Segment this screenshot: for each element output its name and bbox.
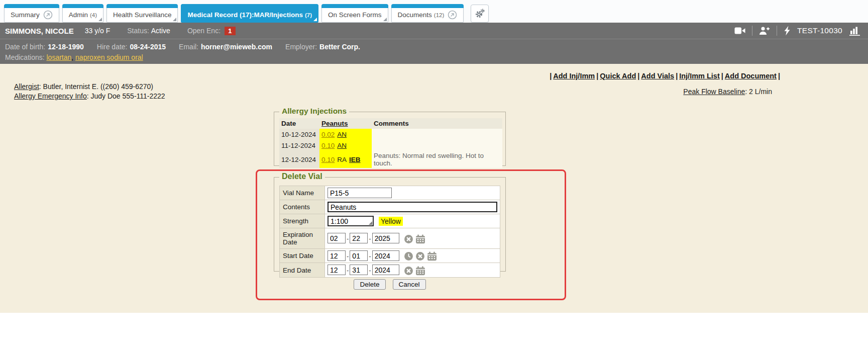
link-allergy-emergency-info[interactable]: Allergy Emergency Info [14, 92, 87, 100]
tab-menu-fold[interactable] [313, 18, 317, 21]
pipe-separator: | [548, 72, 553, 80]
allergy-injections-legend: Allergy Injections [279, 107, 349, 116]
field-value-cell [325, 186, 500, 200]
medication-link-losartan[interactable]: losartan [46, 53, 71, 61]
allergy-info-line: Allergy Emergency Info: Judy Doe 555-111… [14, 92, 165, 101]
tab-medical-record-17-mar-injections[interactable]: Medical Record (17):MAR/Injections(7) [181, 4, 318, 23]
field-value-cell: -- [325, 263, 500, 277]
tab-label: Admin [69, 11, 88, 19]
tab-menu-fold[interactable] [98, 18, 102, 21]
calendar-icon[interactable] [427, 251, 437, 261]
reaction-code[interactable]: IEB [349, 156, 361, 163]
injection-row: 10-12-20240.02AN [279, 129, 502, 140]
dose-link[interactable]: 0.10 [321, 142, 335, 149]
field-value: Better Corp. [319, 43, 360, 51]
column-header-peanuts[interactable]: Peanuts [319, 118, 372, 129]
tab-documents[interactable]: Documents(12) [391, 4, 464, 23]
flowsheet-chart-icon[interactable] [849, 26, 861, 36]
form-row-end-date: End Date-- [280, 263, 500, 277]
pipe-separator: | [636, 72, 641, 80]
form-row-expiration-date: Expiration Date-- [280, 228, 500, 249]
patient-age-sex: 33 y/o F [85, 27, 111, 35]
injection-dose-cell: 0.02AN [319, 129, 372, 140]
start-date-day-input[interactable] [350, 250, 368, 261]
reaction-code: RA [337, 156, 347, 163]
link-add-vials[interactable]: Add Vials [641, 72, 674, 80]
settings-button[interactable] [471, 5, 489, 23]
open-new-icon[interactable] [448, 10, 457, 20]
link-add-inj-imm[interactable]: Add Inj/Imm [553, 72, 595, 80]
add-person-icon[interactable] [759, 26, 770, 35]
cancel-button[interactable]: Cancel [393, 279, 426, 290]
expiration-date-year-input[interactable] [372, 233, 399, 243]
lightning-icon[interactable] [784, 26, 791, 36]
circle-x-icon[interactable] [404, 266, 413, 276]
injection-comment [372, 140, 502, 151]
strength-input[interactable] [328, 216, 374, 226]
circle-x-icon[interactable] [404, 234, 413, 244]
dose-link[interactable]: 0.10 [321, 156, 335, 163]
reaction-code[interactable]: AN [337, 142, 347, 149]
form-row-contents: Contents [280, 200, 500, 214]
date-field-icons [404, 266, 425, 276]
peak-flow-baseline-link[interactable]: Peak Flow Baseline [683, 88, 745, 96]
expiration-date-day-input[interactable] [350, 233, 368, 243]
demographics-line: Date of birth:12-18-1990Hire date:08-24-… [5, 42, 868, 52]
pipe-separator: | [777, 72, 782, 80]
tab-on-screen-forms[interactable]: On Screen Forms [321, 4, 388, 23]
field-value-cell: -- [325, 228, 500, 249]
circle-x-icon[interactable] [415, 251, 425, 261]
video-camera-icon[interactable] [734, 27, 745, 35]
tab-menu-fold[interactable] [383, 18, 387, 21]
sort-link[interactable]: Peanuts [321, 120, 348, 127]
pipe-separator: | [595, 72, 600, 80]
reaction-code[interactable]: AN [337, 131, 347, 138]
field-value-cell: -- [325, 249, 500, 263]
clock-icon[interactable] [404, 251, 413, 261]
end-date-month-input[interactable] [328, 265, 346, 275]
form-buttons-row: DeleteCancel [274, 279, 506, 290]
dose-link[interactable]: 0.02 [321, 131, 335, 138]
open-enc-badge[interactable]: 1 [225, 27, 236, 35]
allergy-info-text: : Butler, Internist E. ((260) 459-6270) [39, 82, 153, 91]
medication-link-naproxen-sodium-oral[interactable]: naproxen sodium oral [75, 53, 143, 61]
delete-button[interactable]: Delete [354, 279, 385, 290]
divider [752, 26, 752, 36]
allergy-info-text: : Judy Doe 555-111-2222 [87, 92, 165, 100]
injections-header-row: DatePeanutsComments [279, 118, 502, 129]
gears-icon [474, 8, 485, 19]
link-inj-imm-list[interactable]: Inj/Imm List [679, 72, 720, 80]
field-label: End Date [280, 263, 325, 277]
injection-row: 12-12-20240.10RAIEBPeanuts: Normal red s… [279, 151, 502, 168]
tab-menu-fold[interactable] [173, 18, 176, 21]
calendar-icon[interactable] [415, 266, 425, 276]
contents-input[interactable] [328, 202, 497, 212]
start-date-year-input[interactable] [372, 250, 399, 261]
field-label: Strength [280, 214, 325, 228]
tab-admin[interactable]: Admin(4) [62, 4, 103, 23]
divider [777, 26, 777, 36]
pipe-separator: | [674, 72, 679, 80]
link-add-document[interactable]: Add Document [725, 72, 777, 80]
peak-flow-value: : 2 L/min [745, 88, 772, 96]
end-date-day-input[interactable] [350, 265, 368, 275]
link-allergist[interactable]: Allergist [14, 82, 39, 91]
vial-name-input[interactable] [328, 188, 392, 198]
status-value: Active [151, 27, 170, 35]
form-row-vial-name: Vial Name [280, 186, 500, 200]
medications-label: Medications: [5, 53, 45, 61]
delete-vial-form: Vial NameContentsStrengthYellowExpiratio… [279, 186, 500, 278]
tab-summary[interactable]: Summary [4, 4, 59, 23]
start-date-month-input[interactable] [328, 250, 346, 261]
tab-health-surveillance[interactable]: Health Surveillance [106, 4, 178, 23]
patient-id: TEST-10030 [797, 26, 842, 35]
patient-header-actions: TEST-10030 [734, 23, 861, 39]
open-new-icon[interactable] [43, 10, 53, 20]
link-quick-add[interactable]: Quick Add [600, 72, 636, 80]
end-date-year-input[interactable] [372, 265, 399, 275]
date-separator: - [347, 252, 349, 260]
strength-combo [328, 216, 374, 226]
calendar-icon[interactable] [415, 234, 425, 244]
expiration-date-month-input[interactable] [328, 233, 346, 243]
delete-vial-panel: Delete Vial Vial NameContentsStrengthYel… [274, 177, 506, 272]
